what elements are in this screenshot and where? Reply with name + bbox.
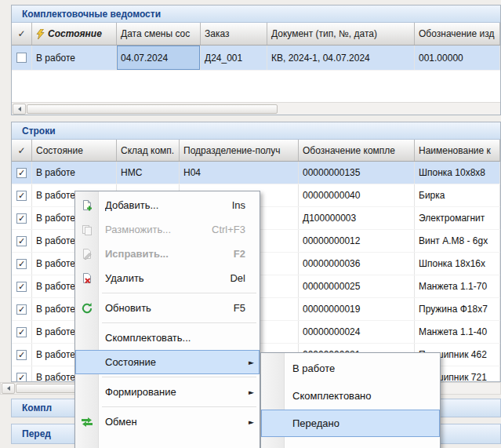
cell-name[interactable]: Манжета 1.1-40 <box>415 321 500 343</box>
menu-item-label: Скомплектовать... <box>105 332 191 344</box>
cell-designation[interactable]: 00000000036 <box>299 253 415 275</box>
cell-name[interactable]: Манжета 1.1-70 <box>415 275 500 297</box>
cell-designation[interactable]: 00000000040 <box>299 184 415 206</box>
column-header-check-all[interactable]: ✓ <box>12 140 32 161</box>
column-header-check-all[interactable]: ✓ <box>12 23 32 45</box>
vedomosti-row[interactable]: В работе04.07.2024Д24_001КВ, 2024-1, 04.… <box>12 46 500 71</box>
menu-item-state[interactable]: Состояние► <box>75 350 260 374</box>
cell-name[interactable]: Бирка <box>415 184 500 206</box>
state-submenu: В работеСкомплектованоПередано <box>260 352 441 448</box>
vedomosti-hscrollbar[interactable] <box>12 102 500 115</box>
menu-separator <box>75 404 260 410</box>
cell-name[interactable]: Электромагнит <box>415 207 500 229</box>
column-header-state[interactable]: Состояние <box>32 140 117 161</box>
column-header-label: Наименование к <box>419 145 491 156</box>
cell-name[interactable]: Шпонка 10х8х8 <box>415 162 500 184</box>
panel-header-stroki[interactable]: Строки <box>12 122 500 140</box>
menu-shortcut: F5 <box>226 302 245 314</box>
cell-name[interactable]: Винт А.М8 - 6gх <box>415 230 500 252</box>
cell-check: ✓ <box>12 344 32 366</box>
vedomosti-rows: В работе04.07.2024Д24_001КВ, 2024-1, 04.… <box>12 46 500 71</box>
row-checkbox[interactable]: ✓ <box>16 213 27 224</box>
column-header-warehouse[interactable]: Склад комп. <box>117 140 180 161</box>
arrow-left-icon <box>7 386 10 391</box>
cell-designation[interactable]: Д100000003 <box>299 207 415 229</box>
menu-shortcut: Del <box>222 272 245 284</box>
stroki-row[interactable]: ✓В работеНМСН0400000000135Шпонка 10х8х8 <box>12 162 500 184</box>
menu-item-edit[interactable]: Исправить...F2 <box>75 242 260 266</box>
row-checkbox[interactable]: ✓ <box>16 236 27 246</box>
menu-item-label: Обновить <box>105 302 151 314</box>
cell-designation[interactable]: 00000000135 <box>299 162 415 184</box>
cell-department[interactable]: Н04 <box>180 162 299 184</box>
cell-check: ✓ <box>12 184 32 206</box>
submenu-arrow-icon: ► <box>249 418 254 426</box>
row-checkbox[interactable]: ✓ <box>16 327 27 337</box>
menu-shortcut: Ctrl+F3 <box>204 224 245 235</box>
cell-check: ✓ <box>12 207 32 229</box>
cell-check: ✓ <box>12 366 32 382</box>
menu-item-refresh[interactable]: ОбновитьF5 <box>75 296 260 320</box>
panel-vedomosti: Комплектовочные ведомости ✓ Состояние Да… <box>11 5 501 115</box>
row-checkbox[interactable]: ✓ <box>16 304 27 315</box>
submenu-arrow-icon: ► <box>249 359 254 366</box>
submenu-item-transferred[interactable]: Передано <box>261 410 440 437</box>
cell-designation[interactable]: 00000000024 <box>299 321 415 343</box>
context-menu: Добавить...InsРазмножить...Ctrl+F3Исправ… <box>74 191 260 448</box>
check-all-icon: ✓ <box>17 28 25 39</box>
row-checkbox[interactable]: ✓ <box>16 259 27 269</box>
cell-warehouse[interactable]: НМС <box>117 162 180 184</box>
column-header-name[interactable]: Наименование к <box>415 140 500 161</box>
panel-title: Комплектовочные ведомости <box>22 9 161 20</box>
menu-item-label: Обмен <box>105 416 137 428</box>
menu-item-exchange[interactable]: Обмен► <box>75 410 260 434</box>
scroll-left-button[interactable] <box>2 383 15 394</box>
column-header-label: Склад комп. <box>121 145 174 156</box>
row-checkbox[interactable]: ✓ <box>16 350 27 360</box>
cell-state[interactable]: В работе <box>32 46 117 70</box>
scroll-left-button[interactable] <box>13 104 26 115</box>
cell-designation[interactable]: 001.00000 <box>415 46 500 70</box>
column-header-state[interactable]: Состояние <box>32 23 117 45</box>
row-checkbox[interactable]: ✓ <box>16 191 27 201</box>
cell-order[interactable]: Д24_001 <box>201 46 267 70</box>
arrow-left-icon <box>18 107 21 111</box>
menu-item-delete[interactable]: УдалитьDel <box>75 266 260 290</box>
cell-document[interactable]: КВ, 2024-1, 04.07.2024 <box>267 46 415 70</box>
panel-header-vedomosti[interactable]: Комплектовочные ведомости <box>12 5 500 23</box>
cell-designation[interactable]: 00000000012 <box>299 230 415 252</box>
cell-state[interactable]: В работе <box>32 162 117 184</box>
row-checkbox[interactable]: ✓ <box>16 282 27 292</box>
delete-icon <box>79 271 95 286</box>
row-checkbox[interactable] <box>16 53 27 63</box>
column-header-order[interactable]: Заказ <box>201 23 267 45</box>
cell-designation[interactable]: 00000000025 <box>299 275 415 297</box>
menu-item-formation[interactable]: Формирование► <box>75 380 260 404</box>
column-header-designation[interactable]: Обозначение изд <box>415 23 500 45</box>
column-header-date[interactable]: Дата смены сос <box>117 23 201 45</box>
submenu-item-assembled[interactable]: Скомплектовано <box>261 382 440 410</box>
cell-check: ✓ <box>12 321 32 343</box>
app-window: Комплектовочные ведомости ✓ Состояние Да… <box>0 0 501 448</box>
menu-separator <box>75 374 260 380</box>
scrollbar-thumb[interactable] <box>27 104 278 114</box>
menu-separator <box>75 290 260 296</box>
column-header-label: Документ (тип, №, дата) <box>271 28 377 39</box>
menu-item-add[interactable]: Добавить...Ins <box>75 193 260 217</box>
cell-date[interactable]: 04.07.2024 <box>117 46 201 70</box>
cell-designation[interactable]: 00000000019 <box>299 298 415 320</box>
column-header-document[interactable]: Документ (тип, №, дата) <box>267 23 415 45</box>
column-header-department[interactable]: Подразделение-получ <box>180 140 299 161</box>
menu-separator <box>75 320 260 326</box>
menu-item-label: Формирование <box>105 386 176 398</box>
menu-item-duplicate[interactable]: Размножить...Ctrl+F3 <box>75 217 260 242</box>
row-checkbox[interactable]: ✓ <box>16 168 27 178</box>
cell-name[interactable]: Шпонка 18х16х <box>415 253 500 275</box>
submenu-item-in-work[interactable]: В работе <box>261 355 440 382</box>
menu-item-label: Добавить... <box>105 199 158 211</box>
cell-check: ✓ <box>12 275 32 297</box>
row-checkbox[interactable]: ✓ <box>16 373 27 383</box>
column-header-designation[interactable]: Обозначение компле <box>299 140 415 161</box>
menu-item-assemble[interactable]: Скомплектовать... <box>75 326 260 350</box>
cell-name[interactable]: Пружина Ф18х7 <box>415 298 500 320</box>
